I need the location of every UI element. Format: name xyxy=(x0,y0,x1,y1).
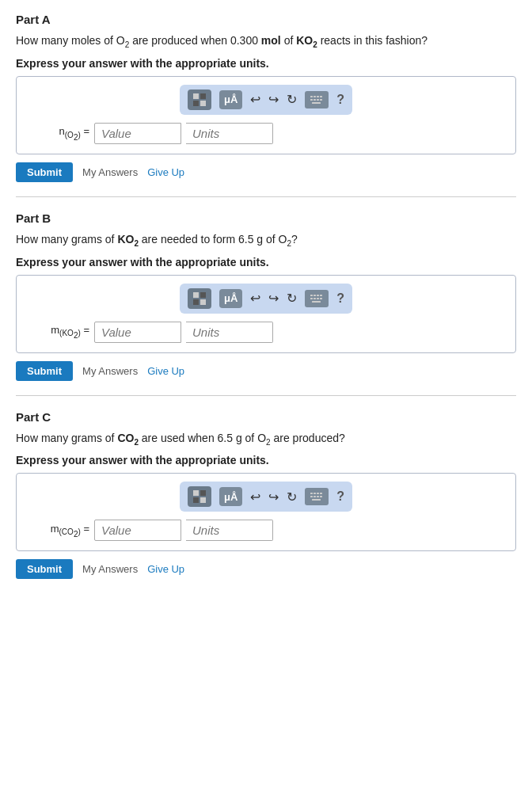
part-a-keyboard-icon[interactable] xyxy=(305,91,329,109)
part-b-input-label: m(KO2) = xyxy=(26,324,89,341)
part-c-submit-button[interactable]: Submit xyxy=(16,559,73,579)
svg-rect-28 xyxy=(193,490,199,496)
part-c-question: How many grams of CO2 are used when 6.5 … xyxy=(16,430,516,448)
svg-rect-38 xyxy=(314,496,316,497)
part-c-value-input[interactable] xyxy=(94,520,181,541)
part-b-my-answers-link[interactable]: My Answers xyxy=(82,365,138,377)
svg-rect-39 xyxy=(317,496,319,497)
svg-rect-29 xyxy=(200,490,206,496)
part-a-redo-icon[interactable]: ↪ xyxy=(268,92,279,107)
part-c-answer-box: μÅ ↩ ↪ ↻ ? m(CO2) xyxy=(16,473,516,551)
part-c-help-icon[interactable]: ? xyxy=(336,489,344,504)
svg-rect-0 xyxy=(193,93,199,99)
part-a-input-label: n(O2) = xyxy=(26,125,89,142)
svg-rect-37 xyxy=(310,496,313,497)
svg-rect-17 xyxy=(200,299,206,305)
svg-rect-14 xyxy=(193,292,199,298)
svg-rect-20 xyxy=(314,295,316,296)
part-c-grid-icon[interactable] xyxy=(188,486,211,507)
svg-rect-2 xyxy=(193,101,199,106)
part-c-my-answers-link[interactable]: My Answers xyxy=(82,563,138,575)
part-c-undo-icon[interactable]: ↩ xyxy=(250,489,260,504)
svg-rect-36 xyxy=(320,493,322,494)
part-b-grid-icon[interactable] xyxy=(188,288,211,309)
part-c-mu-icon[interactable]: μÅ xyxy=(219,487,242,506)
part-c-actions: Submit My Answers Give Up xyxy=(16,559,516,579)
part-b-submit-button[interactable]: Submit xyxy=(16,361,73,381)
part-c-give-up-link[interactable]: Give Up xyxy=(147,563,184,575)
part-a-submit-button[interactable]: Submit xyxy=(16,162,73,182)
part-a-grid-icon[interactable] xyxy=(188,89,211,110)
part-a-undo-icon[interactable]: ↩ xyxy=(250,92,260,107)
part-b-question: How many grams of KO2 are needed to form… xyxy=(16,231,516,249)
svg-rect-25 xyxy=(317,298,319,299)
svg-rect-1 xyxy=(200,93,206,99)
svg-rect-34 xyxy=(314,493,316,494)
svg-rect-15 xyxy=(200,292,206,298)
part-c-refresh-icon[interactable]: ↻ xyxy=(287,489,297,504)
part-a-refresh-icon[interactable]: ↻ xyxy=(287,92,297,107)
svg-rect-19 xyxy=(310,295,313,296)
part-b-help-icon[interactable]: ? xyxy=(336,291,344,306)
part-b-toolbar: μÅ ↩ ↪ ↻ ? xyxy=(180,284,352,314)
part-a-question: How many moles of O2 are produced when 0… xyxy=(16,32,516,51)
svg-rect-9 xyxy=(310,99,313,101)
part-c-redo-icon[interactable]: ↪ xyxy=(268,489,279,504)
svg-rect-21 xyxy=(317,295,319,296)
part-a-mu-icon[interactable]: μÅ xyxy=(219,90,242,109)
part-b-units-input[interactable] xyxy=(186,322,273,343)
part-b-value-input[interactable] xyxy=(94,322,181,343)
svg-rect-12 xyxy=(320,99,322,101)
part-c-title: Part C xyxy=(16,410,516,424)
svg-rect-13 xyxy=(312,102,321,104)
part-c-express: Express your answer with the appropriate… xyxy=(16,454,516,466)
svg-rect-16 xyxy=(193,299,199,305)
svg-rect-5 xyxy=(310,96,313,97)
part-b-answer-box: μÅ ↩ ↪ ↻ ? m(KO2) xyxy=(16,275,516,353)
part-b-input-row: m(KO2) = xyxy=(26,322,506,343)
part-c-toolbar: μÅ ↩ ↪ ↻ ? xyxy=(180,482,352,512)
svg-rect-6 xyxy=(314,96,316,97)
part-a-section: Part A How many moles of O2 are produced… xyxy=(16,13,516,197)
part-b-undo-icon[interactable]: ↩ xyxy=(250,291,260,306)
svg-rect-11 xyxy=(317,99,319,101)
svg-rect-24 xyxy=(314,298,316,299)
part-c-input-label: m(CO2) = xyxy=(26,523,89,539)
part-b-refresh-icon[interactable]: ↻ xyxy=(287,291,297,306)
part-a-actions: Submit My Answers Give Up xyxy=(16,162,516,182)
part-a-my-answers-link[interactable]: My Answers xyxy=(82,166,138,178)
svg-rect-40 xyxy=(320,496,322,497)
part-a-title: Part A xyxy=(16,13,516,26)
part-b-title: Part B xyxy=(16,211,516,225)
svg-rect-22 xyxy=(320,295,322,296)
part-b-actions: Submit My Answers Give Up xyxy=(16,361,516,381)
svg-rect-3 xyxy=(200,101,206,106)
svg-rect-27 xyxy=(312,301,321,303)
part-b-redo-icon[interactable]: ↪ xyxy=(268,291,279,306)
part-c-units-input[interactable] xyxy=(186,520,273,541)
part-a-input-row: n(O2) = xyxy=(26,123,506,144)
svg-rect-35 xyxy=(317,493,319,494)
svg-rect-10 xyxy=(314,99,316,101)
svg-rect-33 xyxy=(310,493,313,494)
part-c-section: Part C How many grams of CO2 are used wh… xyxy=(16,410,516,594)
part-a-units-input[interactable] xyxy=(186,123,273,144)
part-b-keyboard-icon[interactable] xyxy=(305,290,329,307)
svg-rect-31 xyxy=(200,497,206,503)
part-c-input-row: m(CO2) = xyxy=(26,520,506,541)
part-a-express: Express your answer with the appropriate… xyxy=(16,57,516,70)
part-a-give-up-link[interactable]: Give Up xyxy=(147,166,184,178)
part-a-toolbar: μÅ ↩ ↪ ↻ ? xyxy=(180,85,352,115)
part-b-give-up-link[interactable]: Give Up xyxy=(147,365,184,377)
part-a-answer-box: μÅ ↩ ↪ ↻ ? n(O2) = xyxy=(16,76,516,154)
svg-rect-30 xyxy=(193,497,199,503)
part-a-help-icon[interactable]: ? xyxy=(336,93,344,107)
svg-rect-8 xyxy=(320,96,322,97)
part-b-section: Part B How many grams of KO2 are needed … xyxy=(16,211,516,396)
svg-rect-7 xyxy=(317,96,319,97)
part-a-value-input[interactable] xyxy=(94,123,181,144)
part-c-keyboard-icon[interactable] xyxy=(305,488,329,505)
part-b-mu-icon[interactable]: μÅ xyxy=(219,289,242,308)
part-b-express: Express your answer with the appropriate… xyxy=(16,256,516,268)
svg-rect-26 xyxy=(320,298,322,299)
